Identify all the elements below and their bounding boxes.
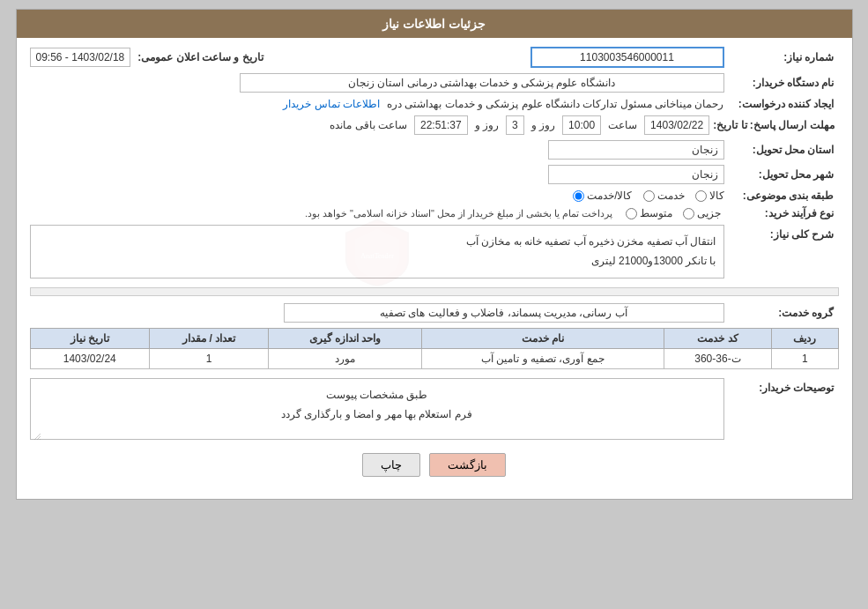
category-radio-group: کالا خدمت کالا/خدمت [573,189,723,202]
deadline-remaining-label: ساعت باقی مانده [326,119,411,131]
buyer-notes-line1: طبق مشخصات پیوست [38,386,716,405]
need-number-value: 1103003546000011 [530,47,724,68]
announce-time-value: 1403/02/18 - 09:56 [30,48,131,67]
deadline-time: 10:00 [562,115,601,135]
process-motavasset-radio[interactable] [626,208,637,219]
cell-name: جمع آوری، تصفیه و تامین آب [421,349,664,369]
need-number-label: شماره نیاز: [724,51,839,63]
process-jozi-radio[interactable] [683,208,694,219]
deadline-days: 3 [506,115,524,135]
delivery-city-label: شهر محل تحویل: [724,168,839,181]
general-desc-label: شرح کلی نیاز: [724,225,839,241]
category-khedmat-label: خدمت [657,189,685,202]
col-header-rownum: ردیف [771,329,838,349]
delivery-province-value: زنجان [548,140,724,160]
col-header-code: کد خدمت [664,329,772,349]
category-label: طبقه بندی موضوعی: [724,189,839,202]
page-title: جزئیات اطلاعات نیاز [17,10,852,38]
service-group-label: گروه خدمت: [724,307,839,319]
deadline-remaining: 22:51:37 [414,115,468,135]
col-header-quantity: تعداد / مقدار [149,329,268,349]
col-header-unit: واحد اندازه گیری [269,329,421,349]
category-khedmat-radio[interactable] [643,190,655,202]
category-kala-label: کالا [709,189,724,202]
cell-code: ت-36-360 [664,349,772,369]
buyer-notes-box: طبق مشخصات پیوست فرم استعلام بها مهر و ا… [30,378,724,440]
process-jozi-label: جزیی [697,207,721,219]
category-kala-khedmat-label: کالا/خدمت [587,189,632,202]
process-radio-group: جزیی متوسط [626,207,721,219]
category-kala-radio[interactable] [695,190,707,202]
col-header-name: نام خدمت [421,329,664,349]
deadline-days-label: روز و [528,119,559,131]
buyer-notes-label: توصیحات خریدار: [724,378,839,394]
table-row: 1 ت-36-360 جمع آوری، تصفیه و تامین آب مو… [30,349,838,369]
button-row: بازگشت چاپ [30,453,839,477]
cell-unit: مورد [269,349,421,369]
requester-text: رحمان میناخانی مسئول تدارکات دانشگاه علو… [380,98,723,110]
requester-label: ایجاد کننده درخواست: [724,98,839,110]
buyer-notes-line2: فرم استعلام بها مهر و امضا و بارگذاری گر… [38,405,716,425]
services-section-title [30,287,839,296]
general-desc-line2: با تانکر 13000و21000 لیتری [38,252,716,271]
deadline-date: 1403/02/22 [644,115,709,135]
services-table: ردیف کد خدمت نام خدمت واحد اندازه گیری ت… [30,328,839,369]
process-desc-text: پرداخت تمام یا بخشی از مبلغ خریدار از مح… [305,208,622,219]
category-kala-khedmat-radio[interactable] [573,190,584,202]
general-desc-box: انتقال آب تصفیه مخزن ذخیره آب تصفیه خانه… [30,225,724,279]
cell-date: 1403/02/24 [30,349,149,369]
cell-rownum: 1 [771,349,838,369]
buyer-org-label: نام دستگاه خریدار: [724,77,839,89]
deadline-label: مهلت ارسال پاسخ: تا تاریخ: [713,119,838,131]
requester-contact-link[interactable]: اطلاعات تماس خریدار [283,98,380,110]
general-desc-line1: انتقال آب تصفیه مخزن ذخیره آب تصفیه خانه… [38,233,716,252]
announce-time-label: تاریخ و ساعت اعلان عمومی: [130,51,267,63]
delivery-city-value: زنجان [548,165,724,184]
back-button[interactable]: بازگشت [429,453,506,477]
print-button[interactable]: چاپ [362,453,420,477]
process-type-label: نوع فرآیند خرید: [724,207,839,219]
col-header-date: تاریخ نیاز [30,329,149,349]
delivery-province-label: استان محل تحویل: [724,144,839,156]
service-group-value: آب رسانی، مدیریت پسماند، فاضلاب و فعالیت… [284,303,724,323]
deadline-time-label: ساعت [605,119,641,131]
process-motavasset-label: متوسط [640,207,672,219]
deadline-remaining-label-pre: روز و [471,119,502,131]
resize-handle[interactable] [33,428,41,437]
cell-quantity: 1 [149,349,268,369]
buyer-org-value: دانشگاه علوم پزشکی و خدمات بهداشتی درمان… [240,73,724,93]
svg-line-3 [40,439,41,440]
